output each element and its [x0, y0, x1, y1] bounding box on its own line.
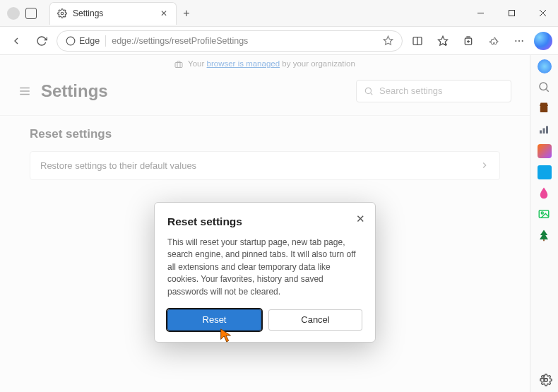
svg-rect-26	[540, 106, 547, 112]
svg-rect-27	[540, 131, 542, 134]
dialog-title: Reset settings	[167, 215, 362, 228]
browser-tab[interactable]: Settings ✕	[49, 2, 177, 25]
side-m365-icon[interactable]	[538, 144, 552, 158]
side-shopping-icon[interactable]	[538, 102, 552, 116]
cancel-button[interactable]: Cancel	[268, 309, 362, 331]
svg-point-16	[518, 40, 520, 41]
copilot-button[interactable]	[534, 32, 552, 50]
split-screen-icon[interactable]	[407, 30, 428, 52]
cursor-pointer-icon	[218, 328, 234, 343]
svg-rect-32	[543, 239, 545, 241]
favorites-icon[interactable]	[432, 30, 453, 52]
svg-rect-2	[509, 11, 514, 16]
favorite-star-icon[interactable]	[383, 35, 393, 46]
back-button[interactable]	[6, 30, 27, 52]
side-search-icon[interactable]	[538, 81, 552, 95]
url-text: edge://settings/resetProfileSettings	[112, 36, 248, 46]
reset-button[interactable]: Reset	[167, 309, 261, 331]
dialog-body: This will reset your startup page, new t…	[167, 237, 362, 298]
tab-title: Settings	[73, 8, 153, 18]
collections-icon[interactable]	[458, 30, 479, 52]
svg-point-17	[522, 40, 523, 41]
close-button[interactable]	[527, 0, 558, 27]
side-drop-icon[interactable]	[538, 186, 552, 201]
svg-point-35	[545, 379, 548, 382]
titlebar-left	[0, 7, 44, 20]
svg-rect-29	[546, 126, 548, 134]
new-tab-button[interactable]: +	[177, 4, 196, 23]
maximize-button[interactable]	[496, 0, 527, 27]
side-tools-icon[interactable]	[538, 123, 552, 137]
address-separator	[105, 35, 106, 47]
side-copilot-icon[interactable]	[538, 59, 552, 73]
extensions-icon[interactable]	[483, 30, 504, 52]
gear-icon	[57, 8, 67, 18]
workspaces-icon[interactable]	[25, 8, 37, 19]
svg-rect-30	[539, 210, 549, 218]
minimize-button[interactable]	[465, 0, 496, 27]
address-bar[interactable]: Edge edge://settings/resetProfileSetting…	[57, 30, 403, 52]
svg-point-0	[61, 12, 64, 15]
more-menu-icon[interactable]	[509, 30, 530, 52]
svg-point-5	[66, 37, 75, 45]
side-tree-icon[interactable]	[538, 229, 552, 243]
side-outlook-icon[interactable]	[538, 165, 552, 179]
dialog-close-icon[interactable]: ✕	[353, 210, 368, 228]
dialog-buttons: Reset Cancel	[167, 309, 362, 331]
browser-toolbar: Edge edge://settings/resetProfileSetting…	[0, 27, 558, 55]
edge-label: Edge	[79, 36, 100, 46]
edge-sidebar	[530, 55, 558, 392]
window-titlebar: Settings ✕ +	[0, 0, 558, 27]
svg-point-31	[541, 212, 543, 214]
svg-point-15	[515, 40, 516, 41]
reset-dialog: ✕ Reset settings This will reset your st…	[154, 202, 376, 343]
profile-avatar[interactable]	[7, 7, 20, 20]
edge-badge: Edge	[66, 36, 100, 46]
side-imagecreator-icon[interactable]	[538, 208, 552, 222]
svg-marker-6	[384, 36, 393, 44]
svg-point-24	[540, 83, 547, 90]
svg-rect-28	[542, 129, 545, 134]
refresh-button[interactable]	[31, 30, 52, 52]
svg-line-25	[546, 89, 548, 91]
content-row: Your browser is managed by your organiza…	[0, 55, 558, 392]
window-controls	[465, 0, 558, 27]
tab-close-icon[interactable]: ✕	[159, 7, 169, 20]
settings-gear-icon[interactable]	[540, 374, 552, 386]
settings-page: Your browser is managed by your organiza…	[0, 55, 530, 392]
